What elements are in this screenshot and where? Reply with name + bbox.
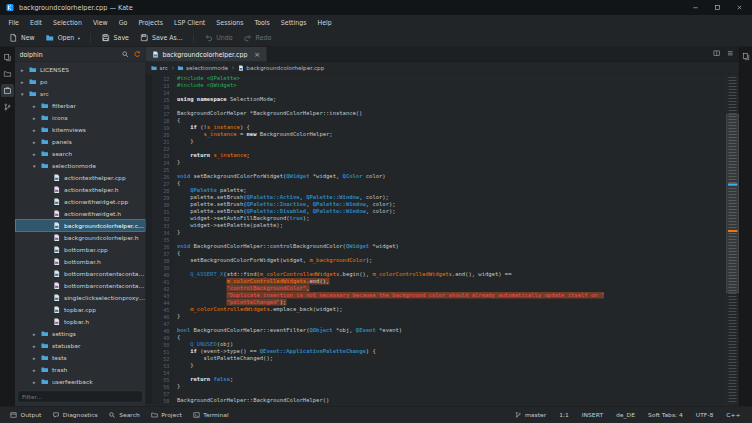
tree-item-actiontexthelper-cpp[interactable]: actiontexthelper.cpp xyxy=(15,172,146,184)
expand-icon[interactable]: ▸ xyxy=(19,79,26,85)
tree-item-topbar-cpp[interactable]: topbar.cpp xyxy=(15,304,146,316)
collapse-icon[interactable]: ▾ xyxy=(31,163,38,169)
output-icon xyxy=(10,411,17,418)
status-c[interactable]: C++ xyxy=(720,411,747,418)
sidebar-tool-git[interactable] xyxy=(1,101,14,114)
tree-item-actionwithwidget-h[interactable]: actionwithwidget.h xyxy=(15,208,146,220)
statusbar: OutputDiagnosticsSearchProjectTerminal m… xyxy=(0,406,752,423)
expand-icon[interactable]: ▸ xyxy=(31,343,38,349)
panel-action-refresh[interactable] xyxy=(134,51,142,59)
menu-file[interactable]: File xyxy=(3,15,24,29)
minimap-scrollbar[interactable] xyxy=(726,74,739,406)
tree-item-userfeedback[interactable]: ▸userfeedback xyxy=(15,376,146,388)
sidebar-tool-documents-panel[interactable] xyxy=(740,51,751,62)
tree-item-bottombarcontentscontainer-cpp[interactable]: bottombarcontentscontainer.cpp xyxy=(15,268,146,280)
status-1-1[interactable]: 1:1 xyxy=(553,411,576,418)
tree-item-panels[interactable]: ▸panels xyxy=(15,136,146,148)
expand-icon[interactable]: ▸ xyxy=(19,67,26,73)
tree-item-backgroundcolorhelper-h[interactable]: backgroundcolorhelper.h xyxy=(15,232,146,244)
tree-item-tests[interactable]: ▸tests xyxy=(15,352,146,364)
tree-item-backgroundcolorhelper-cpp[interactable]: backgroundcolorhelper.cpp xyxy=(15,220,146,232)
expand-icon[interactable]: ▸ xyxy=(31,139,38,145)
menu-lsp-client[interactable]: LSP Client xyxy=(169,15,211,29)
status-utf-8[interactable]: UTF-8 xyxy=(689,411,719,418)
tree-item-src[interactable]: ▾src xyxy=(15,88,146,100)
status-de-de[interactable]: de_DE xyxy=(610,411,642,418)
expand-icon[interactable]: ▸ xyxy=(31,127,38,133)
project-filter-input[interactable] xyxy=(18,391,144,403)
statusbar-diagnostics-button[interactable]: Diagnostics xyxy=(47,408,102,421)
statusbar-terminal-button[interactable]: Terminal xyxy=(188,408,234,421)
expand-icon[interactable]: ▸ xyxy=(31,331,38,337)
tree-item-po[interactable]: ▸po xyxy=(15,76,146,88)
sidebar-tool-documents[interactable] xyxy=(1,51,14,64)
menu-selection[interactable]: Selection xyxy=(48,15,88,29)
statusbar-search-button[interactable]: Search xyxy=(104,408,145,421)
code-line-text: palette.setBrush(QPalette::Active, QPale… xyxy=(174,194,726,201)
tree-item-actionwithwidget-cpp[interactable]: actionwithwidget.cpp xyxy=(15,196,146,208)
tree-item-bottombarcontentscontainer-h[interactable]: bottombarcontentscontainer.h xyxy=(15,280,146,292)
status-insert[interactable]: INSERT xyxy=(575,411,609,418)
tab-backgroundcolorhelper-cpp[interactable]: backgroundcolorhelper.cpp × xyxy=(146,47,266,62)
tree-item-search[interactable]: ▸search xyxy=(15,148,146,160)
menu-view[interactable]: View xyxy=(87,15,113,29)
close-button[interactable] xyxy=(736,4,743,11)
expand-icon[interactable]: ▸ xyxy=(31,379,38,385)
expand-icon[interactable]: ▸ xyxy=(31,367,38,373)
toolbar-save-as-button[interactable]: Save As... xyxy=(135,30,188,45)
breadcrumb-item-src[interactable]: src xyxy=(151,64,168,71)
tree-item-licenses[interactable]: ▸LICENSES xyxy=(15,64,146,76)
tree-item-label: bottombar.cpp xyxy=(64,246,146,253)
toolbar-save-button[interactable]: Save xyxy=(97,30,134,45)
maximize-button[interactable] xyxy=(714,4,721,11)
tree-item-icons[interactable]: ▸icons xyxy=(15,112,146,124)
expand-icon[interactable]: ▸ xyxy=(31,151,38,157)
menu-go[interactable]: Go xyxy=(113,15,133,29)
expand-icon[interactable]: ▸ xyxy=(31,103,38,109)
minimize-button[interactable] xyxy=(692,4,699,11)
line-number: 47 xyxy=(152,320,174,327)
line-number: 40 xyxy=(152,271,174,278)
tree-item-statusbar[interactable]: ▸statusbar xyxy=(15,340,146,352)
titlebar[interactable]: backgroundcolorhelper.cpp — Kate xyxy=(0,0,752,15)
tree-item-selectionmode[interactable]: ▾selectionmode xyxy=(15,160,146,172)
breadcrumb-item-selectionmode[interactable]: selectionmode xyxy=(178,64,229,71)
document-list-button[interactable] xyxy=(727,50,735,60)
code-editor[interactable]: 12#include <QPalette>13#include <QWidget… xyxy=(146,74,726,406)
status-soft-tabs-4[interactable]: Soft Tabs: 4 xyxy=(641,411,689,418)
status-master[interactable]: master xyxy=(508,411,552,418)
tree-item-actiontexthelper-h[interactable]: actiontexthelper.h xyxy=(15,184,146,196)
tree-item-singleclickselectionproxystyle-cpp[interactable]: singleclickselectionproxystyle.cpp xyxy=(15,292,146,304)
toolbar-new-button[interactable]: New xyxy=(4,30,40,45)
tree-item-bottombar-h[interactable]: bottombar.h xyxy=(15,256,146,268)
statusbar-output-button[interactable]: Output xyxy=(5,408,46,421)
split-view-button[interactable] xyxy=(713,50,721,60)
line-number: 24 xyxy=(152,159,174,166)
tree-item-topbar-h[interactable]: topbar.h xyxy=(15,316,146,328)
collapse-icon[interactable]: ▾ xyxy=(19,91,26,97)
panel-action-search[interactable] xyxy=(122,51,130,59)
expand-icon[interactable]: ▸ xyxy=(31,115,38,121)
expand-icon[interactable]: ▸ xyxy=(31,355,38,361)
menu-sessions[interactable]: Sessions xyxy=(211,15,249,29)
tree-item-bottombar-cpp[interactable]: bottombar.cpp xyxy=(15,244,146,256)
menu-edit[interactable]: Edit xyxy=(24,15,47,29)
tree-item-kitemviews[interactable]: ▸kitemviews xyxy=(15,124,146,136)
menu-help[interactable]: Help xyxy=(312,15,337,29)
menu-projects[interactable]: Projects xyxy=(133,15,169,29)
tree-item-trash[interactable]: ▸trash xyxy=(15,364,146,376)
code-line: 13#include <QWidget> xyxy=(146,82,726,89)
breadcrumb-item-backgroundcolorhelper-cpp[interactable]: backgroundcolorhelper.cpp xyxy=(238,64,325,71)
sidebar-tool-projects[interactable] xyxy=(1,84,14,97)
tab-close-icon[interactable]: × xyxy=(254,51,260,59)
toolbar-open-button[interactable]: Open▾ xyxy=(41,30,85,45)
menu-settings[interactable]: Settings xyxy=(275,15,312,29)
code-line: 51 if (event->type() == QEvent::Applicat… xyxy=(146,348,726,355)
code-line-text: widget->setAutoFillBackground(true); xyxy=(174,215,726,222)
tree-item-settings[interactable]: ▸settings xyxy=(15,328,146,340)
tree-item-filterbar[interactable]: ▸filterbar xyxy=(15,100,146,112)
statusbar-project-button[interactable]: Project xyxy=(146,408,187,421)
menu-tools[interactable]: Tools xyxy=(249,15,275,29)
minimap-visible-region[interactable] xyxy=(727,114,740,293)
sidebar-tool-filesystem-browser[interactable] xyxy=(1,68,14,81)
